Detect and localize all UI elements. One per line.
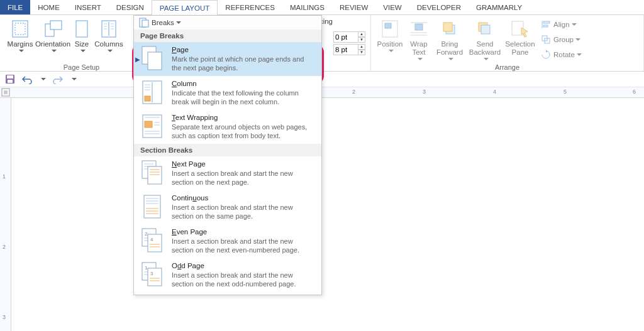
svg-rect-35	[4, 90, 8, 94]
position-button[interactable]: Position	[375, 16, 405, 62]
svg-rect-14	[385, 23, 391, 28]
qat-customize-icon[interactable]	[72, 78, 77, 83]
selection-pane-button[interactable]: Selection Pane	[503, 16, 537, 62]
save-icon[interactable]	[5, 74, 15, 84]
tab-bar: FILE HOME INSERT DESIGN PAGE LAYOUT REFE…	[0, 0, 644, 15]
page-break-icon	[142, 46, 163, 71]
tab-design[interactable]: DESIGN	[109, 0, 152, 14]
svg-rect-39	[148, 52, 162, 70]
breaks-icon	[139, 18, 149, 28]
svg-text:4: 4	[150, 237, 153, 242]
tab-page-layout[interactable]: PAGE LAYOUT	[152, 0, 218, 15]
align-icon	[541, 19, 551, 30]
rotate-button[interactable]: Rotate	[537, 48, 586, 62]
breaks-anchor-button[interactable]: Breaks	[134, 16, 321, 30]
svg-text:2: 2	[145, 231, 148, 237]
send-backward-icon	[475, 19, 495, 39]
break-even-page-item[interactable]: 24 Even Page Insert a section break and …	[134, 224, 321, 258]
tab-insert[interactable]: INSERT	[67, 0, 109, 14]
svg-rect-47	[145, 121, 152, 128]
align-button[interactable]: Align	[537, 18, 586, 31]
svg-rect-37	[142, 20, 148, 27]
bring-forward-icon	[440, 19, 460, 39]
dropdown-section-section-breaks: Section Breaks	[134, 144, 321, 156]
rotate-icon	[541, 50, 551, 60]
columns-button[interactable]: Columns	[94, 16, 123, 62]
column-break-icon	[142, 80, 163, 105]
group-label-arrange: Arrange	[371, 63, 643, 71]
spacing-after-up[interactable]: ▲	[358, 44, 365, 50]
svg-rect-45	[145, 96, 150, 101]
text-wrapping-break-icon	[142, 114, 163, 139]
svg-text:3: 3	[150, 271, 153, 276]
group-button[interactable]: Group	[537, 33, 586, 46]
svg-rect-22	[481, 25, 490, 34]
undo-more-icon[interactable]	[41, 78, 46, 83]
tab-file[interactable]: FILE	[0, 0, 30, 14]
orientation-button[interactable]: Orientation	[36, 16, 69, 62]
tab-review[interactable]: REVIEW	[332, 0, 375, 14]
breaks-dropdown: Breaks Page Breaks ▶ Page Mark the point…	[133, 15, 322, 295]
tab-references[interactable]: REFERENCES	[218, 0, 282, 14]
tab-home[interactable]: HOME	[30, 0, 67, 14]
undo-icon[interactable]	[21, 74, 33, 84]
wrap-text-icon	[409, 19, 429, 39]
even-page-section-icon: 24	[142, 228, 163, 253]
send-backward-button[interactable]: Send Backward	[467, 16, 503, 62]
spacing-after-down[interactable]: ▼	[358, 50, 365, 55]
svg-rect-4	[76, 21, 87, 37]
columns-icon	[99, 19, 119, 39]
position-icon	[380, 19, 400, 39]
svg-marker-24	[521, 28, 528, 37]
group-icon	[541, 35, 551, 45]
svg-text:1: 1	[145, 265, 148, 271]
next-page-section-icon	[142, 160, 163, 185]
odd-page-section-icon: 13	[142, 262, 163, 287]
tab-developer[interactable]: DEVELOPER	[409, 0, 469, 14]
svg-rect-15	[415, 24, 423, 30]
quick-access-toolbar	[0, 72, 644, 87]
bring-forward-button[interactable]: Bring Forward	[433, 16, 467, 62]
group-arrange: Position Wrap Text Bring Forward Send Ba…	[371, 15, 644, 71]
spacing-after-input[interactable]	[333, 44, 358, 55]
tab-grammarly[interactable]: GRAMMARLY	[469, 0, 530, 14]
svg-rect-27	[543, 25, 548, 27]
ribbon: Margins Orientation Size Columns Page Se…	[0, 15, 644, 72]
orientation-icon	[43, 19, 63, 39]
svg-rect-20	[443, 23, 452, 31]
break-page-item[interactable]: ▶ Page Mark the point at which one page …	[134, 42, 321, 76]
ruler-corner-icon[interactable]	[1, 88, 10, 97]
tab-view[interactable]: VIEW	[375, 0, 409, 14]
svg-rect-32	[7, 75, 13, 79]
vertical-ruler[interactable]: 1 2 3	[0, 98, 11, 331]
break-odd-page-item[interactable]: 13 Odd Page Insert a section break and s…	[134, 258, 321, 292]
spacing-before-up[interactable]: ▲	[358, 31, 365, 37]
svg-rect-57	[148, 166, 162, 184]
break-next-page-item[interactable]: Next Page Insert a section break and sta…	[134, 156, 321, 190]
spacing-before-input[interactable]	[333, 31, 358, 43]
svg-rect-3	[50, 21, 62, 30]
size-button[interactable]: Size	[69, 16, 94, 62]
svg-rect-33	[8, 80, 13, 83]
svg-rect-26	[543, 21, 550, 23]
horizontal-ruler[interactable]: 2 3 4 5 6	[0, 87, 644, 98]
tab-mailings[interactable]: MAILINGS	[282, 0, 332, 14]
selection-pane-icon	[510, 19, 530, 39]
margins-button[interactable]: Margins	[4, 16, 36, 62]
size-icon	[72, 19, 92, 39]
margins-icon	[10, 19, 30, 39]
redo-icon[interactable]	[52, 74, 64, 84]
spacing-before-down[interactable]: ▼	[358, 37, 365, 43]
dropdown-section-page-breaks: Page Breaks	[134, 30, 321, 42]
wrap-text-button[interactable]: Wrap Text	[405, 16, 433, 62]
continuous-section-icon	[142, 194, 163, 219]
selected-caret-icon: ▶	[135, 56, 140, 63]
break-continuous-item[interactable]: Continuous Insert a section break and st…	[134, 190, 321, 224]
break-column-item[interactable]: Column Indicate that the text following …	[134, 76, 321, 110]
break-text-wrapping-item[interactable]: Text Wrapping Separate text around objec…	[134, 110, 321, 144]
